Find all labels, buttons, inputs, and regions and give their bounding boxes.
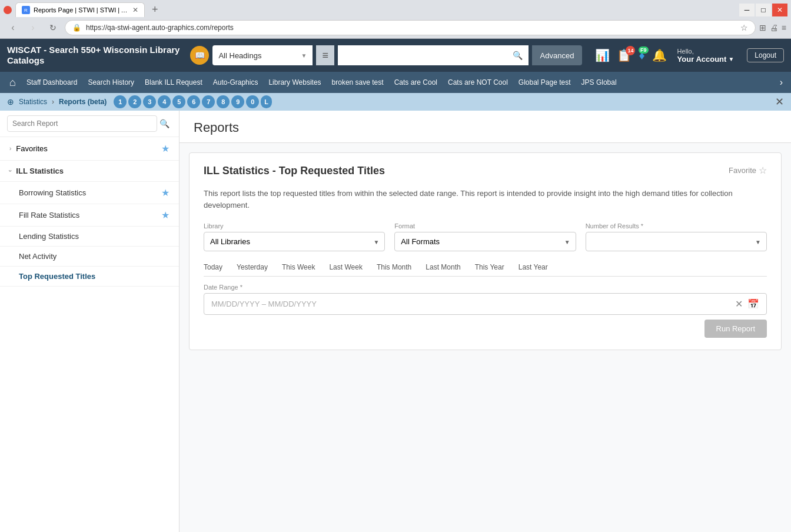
reports-icon: 📊: [595, 49, 610, 62]
print-button[interactable]: 🖨: [770, 23, 778, 32]
library-select[interactable]: All Libraries: [204, 232, 385, 251]
stack-icon[interactable]: ≡: [316, 45, 334, 65]
extensions-button[interactable]: ⊞: [759, 23, 766, 32]
bookmark-icon[interactable]: ☆: [740, 23, 748, 32]
nav-back-button[interactable]: ‹: [5, 19, 21, 36]
window-maximize[interactable]: □: [756, 4, 771, 16]
sidebar-top-requested-titles[interactable]: Top Requested Titles: [0, 267, 179, 287]
sidebar-favorites-item[interactable]: › Favorites ★: [0, 137, 179, 161]
nav-forward-button[interactable]: ›: [25, 19, 41, 36]
reports-icon-button[interactable]: 📊: [595, 48, 610, 62]
sidebar-ill-statistics-label: ILL Statistics: [16, 167, 170, 175]
page-num-5[interactable]: 5: [172, 95, 185, 108]
date-tab-last-week[interactable]: Last Week: [329, 263, 362, 271]
nav-cats-not-cool[interactable]: Cats are NOT Cool: [443, 75, 513, 90]
favorites-badge: F9: [639, 46, 649, 54]
sidebar-favorites-label: Favorites: [16, 144, 157, 153]
nav-global-page-test[interactable]: Global Page test: [514, 75, 576, 90]
fill-rate-star-icon[interactable]: ★: [161, 210, 170, 221]
favorite-star-icon: ☆: [759, 165, 767, 176]
nav-auto-graphics[interactable]: Auto-Graphics: [208, 75, 263, 90]
new-tab-button[interactable]: +: [148, 4, 162, 16]
notification-icon-button[interactable]: 🔔: [652, 48, 667, 62]
page-num-6[interactable]: 6: [187, 95, 200, 108]
page-num-3[interactable]: 3: [143, 95, 156, 108]
sidebar-search-button[interactable]: 🔍: [157, 117, 172, 131]
cart-icon-button[interactable]: 📋 14: [617, 48, 632, 62]
fill-rate-statistics-label: Fill Rate Statistics: [19, 211, 79, 220]
date-range-input[interactable]: MM/DD/YYYY – MM/DD/YYYY ✕ 📅: [204, 293, 767, 315]
breadcrumb-link-icon: ⊕: [7, 97, 14, 107]
search-input[interactable]: [338, 45, 507, 65]
breadcrumb-current: Reports (beta): [59, 98, 107, 106]
page-num-9[interactable]: 9: [231, 95, 244, 108]
nav-blank-ill[interactable]: Blank ILL Request: [140, 75, 207, 90]
breadcrumb-separator: ›: [52, 98, 54, 106]
date-tab-last-year[interactable]: Last Year: [519, 263, 548, 271]
menu-button[interactable]: ≡: [782, 23, 786, 32]
window-minimize[interactable]: ─: [739, 4, 755, 16]
heading-dropdown[interactable]: All Headings ▼: [212, 45, 313, 65]
ill-statistics-chevron-icon: ›: [7, 170, 14, 172]
account-chevron-icon: ▼: [728, 56, 734, 62]
sidebar-borrowing-statistics[interactable]: Borrowing Statistics ★: [0, 182, 179, 204]
advanced-button[interactable]: Advanced: [532, 45, 583, 65]
heading-value: All Headings: [218, 51, 297, 60]
nav-home-link[interactable]: ⌂: [5, 74, 21, 91]
date-tabs-bar: Today Yesterday This Week Last Week This…: [204, 263, 767, 277]
account-hello: Hello,: [677, 48, 694, 55]
account-name: Your Account: [677, 55, 727, 64]
number-of-results-select[interactable]: [586, 232, 767, 251]
page-num-8[interactable]: 8: [217, 95, 230, 108]
date-tab-today[interactable]: Today: [204, 263, 222, 271]
sidebar-fill-rate-statistics[interactable]: Fill Rate Statistics ★: [0, 204, 179, 227]
logout-button[interactable]: Logout: [747, 48, 784, 62]
address-bar[interactable]: 🔒 https://qa-stwi-agent.auto-graphics.co…: [65, 20, 756, 35]
sidebar-ill-statistics-item[interactable]: › ILL Statistics: [0, 161, 179, 182]
date-tab-last-month[interactable]: Last Month: [426, 263, 460, 271]
page-num-L[interactable]: L: [261, 95, 272, 108]
account-button[interactable]: Your Account ▼: [677, 55, 734, 64]
nav-search-history[interactable]: Search History: [83, 75, 139, 90]
date-range-calendar-button[interactable]: 📅: [747, 298, 759, 310]
catalog-icon: 📖: [190, 46, 209, 65]
page-num-2[interactable]: 2: [128, 95, 141, 108]
page-num-7[interactable]: 7: [202, 95, 215, 108]
browser-tab[interactable]: R Reports Page | STWI | STWI | Au... ✕: [15, 2, 145, 17]
date-tab-this-month[interactable]: This Month: [377, 263, 411, 271]
nav-staff-dashboard[interactable]: Staff Dashboard: [22, 75, 82, 90]
cart-badge: 14: [626, 46, 635, 55]
nav-cats-cool[interactable]: Cats are Cool: [390, 75, 442, 90]
search-submit-button[interactable]: 🔍: [507, 45, 529, 65]
date-tab-this-week[interactable]: This Week: [282, 263, 315, 271]
sidebar-lending-statistics[interactable]: Lending Statistics: [0, 227, 179, 247]
lending-statistics-label: Lending Statistics: [19, 232, 79, 241]
date-range-placeholder: MM/DD/YYYY – MM/DD/YYYY: [211, 300, 730, 308]
breadcrumb-close-button[interactable]: ✕: [775, 95, 784, 108]
library-label: Library: [204, 222, 385, 230]
borrowing-star-icon[interactable]: ★: [161, 187, 170, 198]
search-report-input[interactable]: [7, 115, 157, 132]
page-num-1[interactable]: 1: [114, 95, 127, 108]
format-label: Format: [394, 222, 576, 230]
date-tab-this-year[interactable]: This Year: [475, 263, 504, 271]
nav-more-button[interactable]: ›: [776, 75, 786, 90]
date-range-clear-button[interactable]: ✕: [735, 298, 743, 310]
favorites-icon-button[interactable]: ♦ F9: [639, 49, 644, 62]
nav-refresh-button[interactable]: ↻: [45, 19, 61, 36]
nav-broken-save-test[interactable]: broken save test: [327, 75, 388, 90]
sidebar-net-activity[interactable]: Net Activity: [0, 247, 179, 267]
nav-jps-global[interactable]: JPS Global: [577, 75, 622, 90]
run-report-button[interactable]: Run Report: [704, 320, 767, 338]
top-requested-titles-label: Top Requested Titles: [19, 272, 95, 281]
window-close[interactable]: ✕: [772, 4, 787, 16]
tab-close-icon[interactable]: ✕: [132, 6, 138, 14]
favorite-button[interactable]: Favorite ☆: [729, 165, 767, 176]
format-select[interactable]: All Formats: [394, 232, 576, 251]
page-num-4[interactable]: 4: [158, 95, 171, 108]
breadcrumb-statistics-link[interactable]: Statistics: [19, 98, 47, 106]
date-tab-yesterday[interactable]: Yesterday: [237, 263, 268, 271]
nav-library-websites[interactable]: Library Websites: [264, 75, 325, 90]
heading-chevron-icon: ▼: [301, 52, 307, 59]
page-num-0[interactable]: 0: [246, 95, 259, 108]
